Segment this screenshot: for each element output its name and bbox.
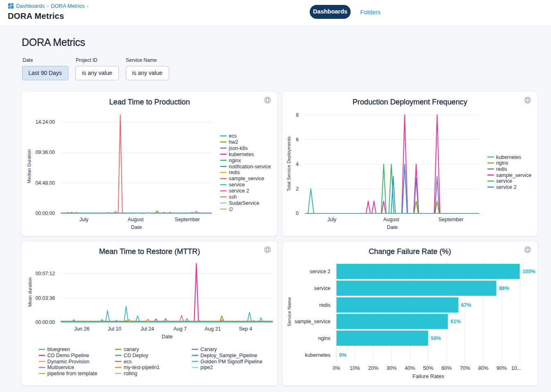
svg-text:service: service <box>314 286 331 291</box>
svg-text:60%: 60% <box>442 365 452 371</box>
svg-text:04:48:00: 04:48:00 <box>36 180 55 186</box>
svg-text:September: September <box>175 217 200 222</box>
svg-text:August: August <box>128 217 144 222</box>
svg-text:00:03:36: 00:03:36 <box>36 295 55 301</box>
svg-text:Dynamic Provision: Dynamic Provision <box>48 359 90 365</box>
svg-text:canary: canary <box>124 347 139 352</box>
svg-text:sample_service: sample_service <box>295 319 331 324</box>
svg-text:CD Demo Pipeline: CD Demo Pipeline <box>48 353 89 358</box>
svg-text:CD Deploy: CD Deploy <box>124 353 149 358</box>
svg-text:pipe2: pipe2 <box>200 365 213 370</box>
svg-text:kubernetes: kubernetes <box>305 352 330 358</box>
svg-text:Production Deployment Frequenc: Production Deployment Frequency <box>352 98 467 106</box>
svg-text:ecs: ecs <box>229 133 237 139</box>
svg-text:redis: redis <box>319 302 330 308</box>
svg-text:kubernetes: kubernetes <box>229 152 254 157</box>
svg-text:Multiservice: Multiservice <box>48 365 75 370</box>
svg-text:10%: 10% <box>350 365 360 371</box>
svg-text:00:00:00: 00:00:00 <box>36 211 55 216</box>
svg-text:6: 6 <box>296 137 299 143</box>
svg-text:0: 0 <box>296 211 299 216</box>
svg-text:service 2: service 2 <box>496 184 517 190</box>
svg-text:July: July <box>79 217 89 222</box>
svg-text:Median Duration: Median Duration <box>27 150 32 184</box>
svg-text:Service Name: Service Name <box>287 297 292 326</box>
svg-text:Mean Time to Restore (MTTR): Mean Time to Restore (MTTR) <box>99 247 200 256</box>
svg-text:80%: 80% <box>478 365 488 371</box>
svg-text:00:07:12: 00:07:12 <box>36 271 55 276</box>
svg-text:Jun 26: Jun 26 <box>74 326 90 332</box>
svg-text:ssh: ssh <box>229 194 237 200</box>
svg-text:hw2: hw2 <box>229 139 238 145</box>
svg-text:Aug 21: Aug 21 <box>205 326 221 332</box>
svg-text:Sep 4: Sep 4 <box>239 326 252 332</box>
svg-text:61%: 61% <box>451 319 461 324</box>
svg-text:0%: 0% <box>339 352 347 358</box>
svg-text:Jul 10: Jul 10 <box>108 326 121 332</box>
svg-text:4: 4 <box>296 161 299 167</box>
svg-text:30%: 30% <box>386 365 397 371</box>
svg-text:Golden PM Signoff Pipeline: Golden PM Signoff Pipeline <box>200 359 262 365</box>
svg-text:67%: 67% <box>461 302 471 308</box>
svg-text:50%: 50% <box>431 335 441 341</box>
svg-text:20%: 20% <box>368 365 378 371</box>
svg-text:14:24:00: 14:24:00 <box>36 119 55 125</box>
svg-text:July: July <box>327 217 337 222</box>
svg-text:50%: 50% <box>423 365 433 371</box>
svg-text:40%: 40% <box>405 365 415 371</box>
svg-text:rolling: rolling <box>124 371 137 376</box>
svg-text:bluegreen: bluegreen <box>48 347 70 352</box>
svg-text:Date: Date <box>131 224 142 230</box>
svg-text:Change Failure Rate (%): Change Failure Rate (%) <box>369 247 451 256</box>
svg-text:90%: 90% <box>497 365 507 371</box>
svg-text:Jul 24: Jul 24 <box>141 326 154 332</box>
svg-text:Mean duration: Mean duration <box>27 277 32 307</box>
svg-text:sample_service: sample_service <box>229 176 264 181</box>
svg-text:json-k8s: json-k8s <box>229 145 248 151</box>
svg-text:nginx: nginx <box>318 335 331 341</box>
svg-text:redis: redis <box>496 166 507 172</box>
svg-text:09:36:00: 09:36:00 <box>36 150 55 155</box>
svg-text:Total Service Deployments: Total Service Deployments <box>286 136 291 191</box>
svg-text:70%: 70% <box>460 365 470 371</box>
svg-text:Failure Rates: Failure Rates <box>413 373 444 379</box>
svg-text:10...: 10... <box>511 365 522 371</box>
svg-text:notification-service: notification-service <box>229 164 271 170</box>
svg-text:service 2: service 2 <box>310 269 330 274</box>
svg-text:SudarService: SudarService <box>229 200 259 206</box>
svg-text:service 2: service 2 <box>229 188 249 194</box>
svg-text:Canary: Canary <box>200 347 217 352</box>
svg-text:my-test-pipelin1: my-test-pipelin1 <box>124 365 160 370</box>
svg-text:August: August <box>383 217 399 222</box>
svg-text:pipeline from template: pipeline from template <box>48 371 98 376</box>
svg-text:Aug 7: Aug 7 <box>173 326 187 332</box>
svg-text:0%: 0% <box>333 365 340 371</box>
svg-text:Date: Date <box>162 334 172 340</box>
svg-text:ecs: ecs <box>124 359 132 365</box>
svg-text:8: 8 <box>296 112 299 118</box>
svg-text:88%: 88% <box>499 286 509 291</box>
svg-text:Deploy_Sample_Pipeline: Deploy_Sample_Pipeline <box>200 353 257 358</box>
svg-text:September: September <box>438 217 463 222</box>
svg-text:100%: 100% <box>522 269 535 274</box>
svg-text:Lead Time to Production: Lead Time to Production <box>109 98 190 106</box>
svg-text:2: 2 <box>296 186 299 192</box>
svg-text:redis: redis <box>229 170 240 175</box>
svg-text:service: service <box>496 178 512 184</box>
svg-text:00:00:00: 00:00:00 <box>36 319 55 325</box>
svg-text:service: service <box>229 182 245 188</box>
svg-text:nginx: nginx <box>496 160 508 166</box>
svg-text:nginx: nginx <box>229 158 241 163</box>
svg-text:Date: Date <box>387 224 397 230</box>
svg-text:sample_service: sample_service <box>496 172 531 178</box>
svg-text:∅: ∅ <box>229 206 234 212</box>
svg-text:kubernetes: kubernetes <box>496 154 521 160</box>
